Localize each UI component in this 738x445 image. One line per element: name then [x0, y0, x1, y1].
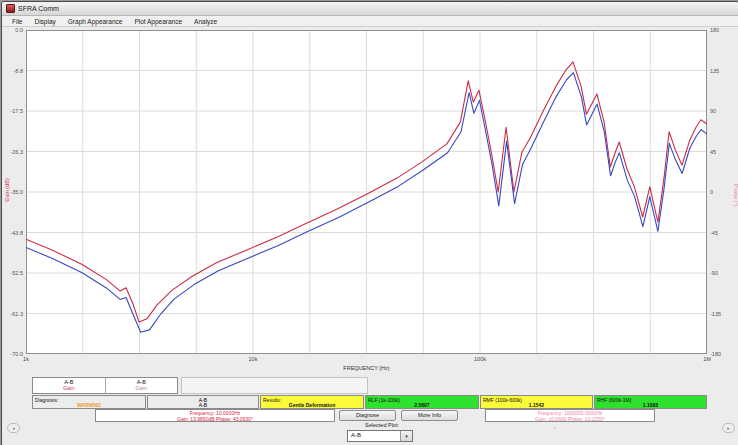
app-icon: [6, 4, 15, 13]
results-box: Results: Gentle Deformation: [260, 395, 364, 409]
title-bar[interactable]: SFRA Comm: [2, 2, 738, 16]
frequency-tick-label: 100k: [468, 356, 492, 362]
gain-axis-ticks: 0.0-8.8-17.5-26.3-35.0-43.8-52.5-61.3-70…: [2, 30, 24, 354]
phase-tick-label: 45: [710, 149, 716, 155]
phase-tick-label: -90: [710, 270, 718, 276]
cursor-gain-phase: Gain: 13.9890dB Phase: 43.0930°: [96, 416, 334, 422]
phase-axis-title: Phase (°): [733, 167, 738, 223]
legend-trace-name: Gain: [33, 385, 105, 391]
menu-plot-appearance[interactable]: Plot Appearance: [128, 17, 188, 26]
selected-plot-value: A-B: [351, 432, 361, 438]
metric-rhf-box: RHF (600k-1M) 1.1093: [594, 395, 707, 409]
phase-tick-label: 90: [710, 108, 716, 114]
frequency-tick-label: 1M: [695, 356, 719, 362]
bottom-panel: A-B Gain A-B Gain Diagnosis: WARNING A-B…: [2, 375, 738, 445]
plot-canvas[interactable]: [26, 30, 707, 354]
gain-tick-label: -61.3: [10, 311, 23, 317]
chart-region: Gain (dB) 0.0-8.8-17.5-26.3-35.0-43.8-52…: [2, 27, 738, 375]
gain-tick-label: -35.0: [10, 189, 23, 195]
legend-entry-1[interactable]: A-B Gain: [33, 378, 105, 393]
menu-analyze[interactable]: Analyze: [188, 17, 223, 26]
legend-entry-2[interactable]: A-B Gain: [105, 378, 178, 393]
gain-tick-label: -8.8: [14, 68, 23, 74]
frequency-tick-label: 1k: [14, 356, 38, 362]
frequency-tick-label: 10k: [241, 356, 265, 362]
frequency-axis-title: FREQUENCY (Hz): [26, 365, 707, 371]
frequency-response-plot[interactable]: [26, 30, 707, 354]
scroll-left-button[interactable]: ◂: [7, 423, 20, 433]
phase-axis-ticks: 18013590450-45-90-135-180: [709, 30, 733, 354]
metric-rlf-value: 2.5807: [366, 402, 478, 408]
menu-file[interactable]: File: [6, 17, 28, 26]
gain-tick-label: -52.5: [10, 270, 23, 276]
metric-rlf-box: RLF (1k-100k) 2.5807: [365, 395, 479, 409]
selected-plot-dropdown[interactable]: A-B ▾: [347, 430, 413, 442]
plot-pair-line2: A-B: [148, 402, 258, 408]
chevron-down-icon[interactable]: ▾: [400, 431, 412, 441]
gain-tick-label: -17.5: [10, 108, 23, 114]
window-title: SFRA Comm: [18, 5, 59, 12]
scroll-right-button[interactable]: ▸: [722, 423, 735, 433]
plot-pair-box: A-B A-B: [147, 395, 259, 409]
app-window: SFRA Comm File Display Graph Appearance …: [1, 1, 738, 445]
phase-tick-label: -135: [710, 311, 721, 317]
gain-tick-label: -26.3: [10, 149, 23, 155]
menu-graph-appearance[interactable]: Graph Appearance: [62, 17, 129, 26]
phase-tick-label: 180: [710, 27, 719, 33]
diagnosis-box: Diagnosis: WARNING: [32, 395, 146, 409]
scroll-thumb[interactable]: ›: [554, 424, 562, 432]
phase-tick-label: 135: [710, 68, 719, 74]
menu-display[interactable]: Display: [28, 17, 61, 26]
phase-tick-label: -45: [710, 230, 718, 236]
phase-tick-label: 0: [710, 189, 713, 195]
legend-trace-name: Gain: [106, 385, 178, 391]
gain-tick-label: 0.0: [15, 27, 23, 33]
results-value: Gentle Deformation: [261, 402, 363, 408]
cursor-readout-right: Frequency: 1000000.0000Hz Gain: 10.0600 …: [485, 409, 655, 422]
selected-plot-label: Selected Plot:: [332, 422, 432, 428]
cursor-gain-phase: Gain: 10.0600 Phase: 13.2250°: [486, 416, 654, 422]
more-info-button[interactable]: More Info: [401, 410, 458, 421]
metric-rhf-value: 1.1093: [595, 402, 706, 408]
diagnosis-value: WARNING: [33, 402, 145, 408]
metric-rmf-box: RMF (100k-600k) 1.1542: [480, 395, 593, 409]
diagnose-button[interactable]: Diagnose: [339, 410, 396, 421]
metric-rmf-value: 1.1542: [481, 402, 592, 408]
menu-bar: File Display Graph Appearance Plot Appea…: [2, 16, 738, 27]
gain-tick-label: -43.8: [10, 230, 23, 236]
empty-legend-box: [181, 377, 368, 394]
legend-box: A-B Gain A-B Gain: [32, 377, 178, 394]
frequency-axis-ticks: 1k10k100k1M: [26, 356, 707, 364]
cursor-readout-left: Frequency: 10.0000Hz Gain: 13.9890dB Pha…: [95, 409, 335, 422]
